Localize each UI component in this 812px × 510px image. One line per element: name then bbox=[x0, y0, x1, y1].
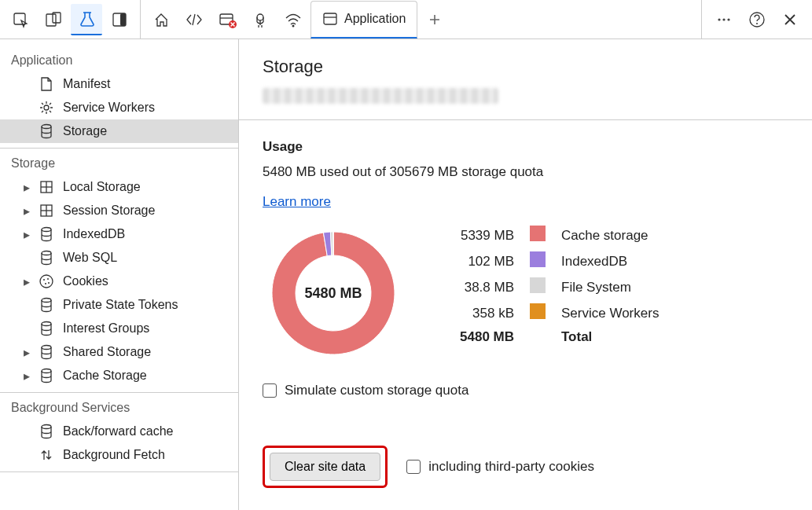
dock-side-button[interactable] bbox=[104, 4, 135, 35]
application-tab[interactable]: Application bbox=[310, 1, 417, 39]
svg-point-27 bbox=[42, 251, 51, 255]
svg-rect-0 bbox=[14, 13, 25, 24]
inspect-element-button[interactable] bbox=[5, 4, 36, 35]
legend-name: Service Workers bbox=[553, 300, 667, 326]
sidebar-item-label: Background Fetch bbox=[63, 448, 165, 462]
legend-name: IndexedDB bbox=[553, 248, 667, 274]
legend-value: 5339 MB bbox=[451, 222, 522, 248]
legend-row: 38.8 MB File System bbox=[451, 274, 667, 300]
legend-swatch bbox=[522, 300, 553, 326]
sidebar-item-private-state-tokens[interactable]: Private State Tokens bbox=[0, 293, 238, 317]
updown-icon bbox=[38, 447, 55, 463]
sidebar-item-interest-groups[interactable]: Interest Groups bbox=[0, 317, 238, 340]
svg-point-19 bbox=[42, 125, 51, 129]
simulate-quota-label: Simulate custom storage quota bbox=[285, 383, 468, 398]
sidebar-item-service-workers[interactable]: Service Workers bbox=[0, 96, 238, 119]
sidebar-item-label: Back/forward cache bbox=[63, 424, 174, 438]
tree-caret-icon[interactable]: ▸ bbox=[22, 345, 31, 360]
experiments-button[interactable] bbox=[71, 4, 102, 35]
learn-more-link[interactable]: Learn more bbox=[263, 194, 331, 210]
legend-name: Cache storage bbox=[553, 222, 667, 248]
sidebar-section-title: Storage bbox=[0, 149, 238, 175]
simulate-quota-row[interactable]: Simulate custom storage quota bbox=[263, 383, 788, 398]
svg-point-28 bbox=[40, 275, 53, 288]
sidebar-item-session-storage[interactable]: ▸Session Storage bbox=[0, 199, 238, 222]
db-icon bbox=[38, 250, 55, 266]
network-tab-icon[interactable] bbox=[211, 4, 243, 35]
sidebar-item-label: Session Storage bbox=[63, 204, 155, 218]
donut-center-label: 5480 MB bbox=[263, 222, 404, 364]
wifi-tab-icon[interactable] bbox=[277, 4, 309, 35]
application-tab-label: Application bbox=[344, 12, 406, 26]
svg-rect-5 bbox=[120, 13, 126, 26]
origin-redacted bbox=[263, 88, 498, 104]
storage-pane: Storage Usage 5480 MB used out of 305679… bbox=[239, 39, 812, 510]
device-toggle-button[interactable] bbox=[38, 4, 69, 35]
sidebar-item-storage[interactable]: Storage bbox=[0, 119, 238, 143]
grid-icon bbox=[38, 180, 55, 194]
legend-value: 102 MB bbox=[451, 248, 522, 274]
sidebar-item-cache-storage[interactable]: ▸Cache Storage bbox=[0, 364, 238, 387]
clear-site-data-button[interactable]: Clear site data bbox=[270, 453, 380, 481]
cookie-icon bbox=[38, 273, 55, 289]
more-options-button[interactable] bbox=[710, 6, 738, 34]
sidebar-item-indexeddb[interactable]: ▸IndexedDB bbox=[0, 222, 238, 246]
svg-point-33 bbox=[42, 299, 51, 303]
sidebar-item-label: Manifest bbox=[63, 77, 110, 91]
sidebar-item-cookies[interactable]: ▸Cookies bbox=[0, 270, 238, 293]
elements-tab-icon[interactable] bbox=[178, 4, 210, 35]
legend-row: 102 MB IndexedDB bbox=[451, 248, 667, 274]
sources-tab-icon[interactable] bbox=[244, 4, 276, 35]
sidebar-section-title: Background Services bbox=[0, 393, 238, 420]
svg-point-10 bbox=[292, 24, 295, 27]
tree-caret-icon[interactable]: ▸ bbox=[22, 369, 31, 383]
sidebar-item-label: Local Storage bbox=[63, 180, 141, 194]
legend-total-name: Total bbox=[553, 326, 667, 348]
simulate-quota-checkbox[interactable] bbox=[263, 383, 277, 398]
sidebar-item-local-storage[interactable]: ▸Local Storage bbox=[0, 175, 238, 199]
sidebar-item-web-sql[interactable]: Web SQL bbox=[0, 246, 238, 270]
sidebar-item-label: Private State Tokens bbox=[63, 298, 178, 312]
legend-row: 5339 MB Cache storage bbox=[451, 222, 667, 248]
tree-caret-icon[interactable]: ▸ bbox=[22, 274, 31, 289]
devtools-toolbar: Application bbox=[0, 0, 812, 39]
db-icon bbox=[38, 424, 55, 439]
third-party-cookies-checkbox[interactable] bbox=[406, 460, 421, 474]
legend-value: 358 kB bbox=[451, 300, 522, 326]
tree-caret-icon[interactable]: ▸ bbox=[22, 180, 31, 195]
sidebar-item-label: Service Workers bbox=[63, 101, 155, 115]
svg-point-35 bbox=[42, 346, 51, 350]
tree-caret-icon[interactable]: ▸ bbox=[22, 204, 31, 218]
new-tab-button[interactable] bbox=[419, 4, 450, 35]
svg-point-15 bbox=[727, 18, 729, 20]
window-icon bbox=[322, 11, 338, 27]
sidebar-item-back-forward-cache[interactable]: Back/forward cache bbox=[0, 420, 238, 443]
tree-caret-icon[interactable]: ▸ bbox=[22, 227, 31, 242]
sidebar-item-manifest[interactable]: Manifest bbox=[0, 72, 238, 96]
legend-total-row: 5480 MBTotal bbox=[451, 326, 667, 348]
db-icon bbox=[38, 368, 55, 383]
svg-point-26 bbox=[42, 228, 51, 232]
svg-point-9 bbox=[257, 14, 263, 20]
sidebar-item-label: Web SQL bbox=[63, 251, 117, 265]
legend-swatch bbox=[522, 274, 553, 300]
svg-point-34 bbox=[42, 322, 51, 326]
close-devtools-button[interactable] bbox=[776, 6, 804, 34]
db-icon bbox=[38, 297, 55, 313]
sidebar-item-label: Shared Storage bbox=[63, 345, 151, 359]
db-icon bbox=[38, 123, 55, 139]
usage-donut-chart: 5480 MB bbox=[263, 222, 404, 364]
file-icon bbox=[38, 76, 55, 92]
sidebar-item-label: Interest Groups bbox=[63, 321, 149, 336]
svg-point-31 bbox=[45, 283, 46, 284]
gear-icon bbox=[38, 100, 55, 116]
svg-point-32 bbox=[48, 282, 50, 284]
legend-row: 358 kB Service Workers bbox=[451, 300, 667, 326]
sidebar-item-label: IndexedDB bbox=[63, 227, 125, 241]
sidebar-section-title: Application bbox=[0, 46, 238, 72]
welcome-tab-icon[interactable] bbox=[145, 4, 177, 35]
help-button[interactable] bbox=[743, 6, 771, 34]
sidebar-item-shared-storage[interactable]: ▸Shared Storage bbox=[0, 340, 238, 364]
sidebar-item-background-fetch[interactable]: Background Fetch bbox=[0, 443, 238, 467]
svg-point-30 bbox=[47, 278, 49, 280]
